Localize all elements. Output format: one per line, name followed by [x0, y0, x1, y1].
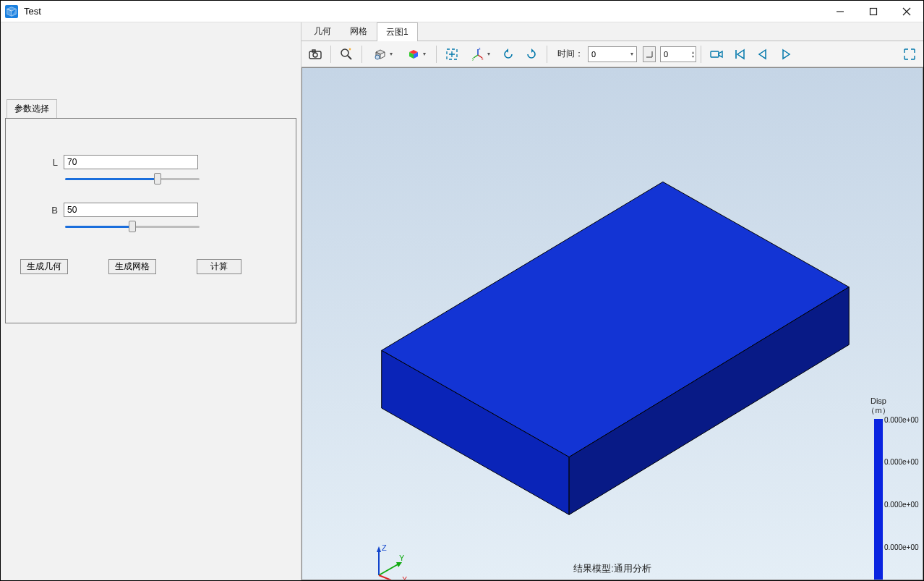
svg-point-9 — [375, 55, 380, 59]
sidebar: 参数选择 L B 生成几何 生成网格 计算 — [1, 22, 301, 580]
app-icon — [5, 5, 18, 18]
window-maximize-button[interactable] — [857, 1, 890, 22]
record-button[interactable] — [706, 44, 727, 64]
legend-title: Disp — [846, 396, 911, 405]
main-tabs: 几何 网格 云图1 — [301, 22, 923, 41]
viewport-3d[interactable]: Z Y X Disp （m） 0.000e+00 0.000e+00 0.000… — [301, 67, 923, 580]
tab-contour1[interactable]: 云图1 — [377, 22, 418, 41]
rotate-ccw-button[interactable] — [497, 44, 519, 64]
goto-first-button[interactable] — [729, 44, 750, 64]
viewport-toolbar: zxy 时间： 0 0 — [301, 41, 923, 67]
param-label-B: B — [20, 205, 64, 216]
sidebar-tab-params[interactable]: 参数选择 — [7, 99, 57, 118]
svg-point-7 — [341, 49, 348, 56]
svg-text:Y: Y — [399, 554, 405, 562]
time-combo[interactable]: 0 — [588, 46, 637, 62]
legend-tick: 0.000e+00 — [884, 458, 923, 466]
screenshot-button[interactable] — [304, 44, 326, 64]
legend-units: （m） — [846, 405, 911, 416]
svg-line-8 — [348, 56, 351, 59]
svg-text:Z: Z — [382, 543, 387, 552]
viewport-caption: 结果模型:通用分析 — [573, 562, 651, 575]
svg-line-13 — [474, 55, 478, 58]
step-spin[interactable]: 0 — [660, 46, 696, 62]
svg-point-5 — [313, 53, 317, 57]
play-button[interactable] — [775, 44, 797, 64]
param-input-B[interactable] — [64, 203, 198, 217]
rotate-cw-button[interactable] — [521, 44, 542, 64]
title-bar: Test — [1, 1, 923, 22]
svg-rect-1 — [870, 8, 877, 14]
step-last-button[interactable] — [643, 46, 656, 62]
param-panel: L B 生成几何 生成网格 计算 — [5, 118, 296, 323]
svg-text:x: x — [482, 56, 484, 61]
legend-tick: 0.000e+00 — [884, 543, 923, 551]
main-area: 几何 网格 云图1 zxy — [301, 22, 923, 580]
svg-marker-25 — [377, 546, 381, 552]
svg-rect-19 — [711, 51, 719, 57]
render-style-dropdown[interactable] — [367, 44, 398, 64]
compute-button[interactable]: 计算 — [197, 259, 241, 274]
goto-last-button[interactable] — [899, 44, 920, 64]
window-title: Test — [24, 6, 41, 17]
fit-view-button[interactable] — [441, 44, 463, 64]
tab-geometry[interactable]: 几何 — [304, 22, 341, 41]
color-legend: Disp （m） 0.000e+00 0.000e+00 0.000e+00 0… — [846, 396, 911, 580]
svg-line-30 — [379, 575, 401, 580]
generate-geometry-button[interactable]: 生成几何 — [20, 259, 68, 274]
legend-tick: 0.000e+00 — [884, 416, 923, 424]
svg-text:X: X — [402, 575, 408, 580]
window-close-button[interactable] — [890, 1, 923, 22]
tab-mesh[interactable]: 网格 — [341, 22, 377, 41]
svg-line-27 — [379, 564, 399, 575]
param-slider-L[interactable] — [65, 174, 200, 184]
param-label-L: L — [20, 157, 64, 168]
window-minimize-button[interactable] — [824, 1, 857, 22]
time-label: 时间： — [557, 48, 583, 60]
generate-mesh-button[interactable]: 生成网格 — [108, 259, 156, 274]
zoom-button[interactable] — [335, 44, 357, 64]
step-back-button[interactable] — [752, 44, 774, 64]
param-input-L[interactable] — [64, 155, 198, 169]
legend-tick: 0.000e+00 — [884, 501, 923, 509]
axis-view-dropdown[interactable]: zxy — [464, 44, 496, 64]
svg-text:z: z — [479, 47, 481, 51]
param-slider-B[interactable] — [65, 221, 200, 232]
colormap-dropdown[interactable] — [400, 44, 432, 64]
